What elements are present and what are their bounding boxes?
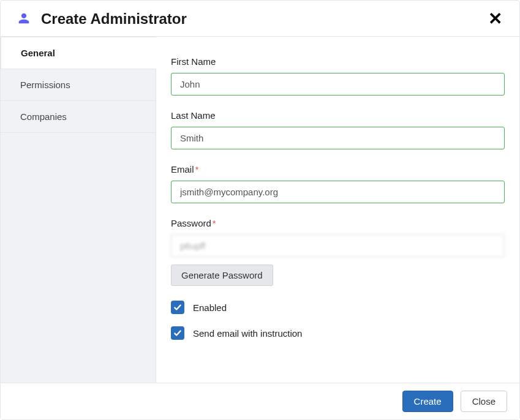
send-email-checkbox[interactable] [171,326,184,340]
email-label: Email* [171,164,505,174]
email-input[interactable] [171,181,505,203]
generate-password-button[interactable]: Generate Password [171,264,273,286]
enabled-checkbox-row: Enabled [171,301,505,314]
create-button[interactable]: Create [402,391,453,412]
send-email-checkbox-row: Send email with instruction [171,326,505,340]
close-button[interactable]: Close [461,391,507,412]
check-icon [173,329,182,337]
person-icon [18,12,30,26]
tab-companies[interactable]: Companies [1,101,156,133]
close-icon[interactable]: ✕ [486,10,505,28]
password-label: Password* [171,218,505,228]
tab-general[interactable]: General [1,37,156,69]
first-name-input[interactable] [171,73,505,96]
modal-title: Create Administrator [41,10,486,28]
email-label-text: Email [171,164,194,174]
field-first-name: First Name [171,56,505,96]
enabled-checkbox-label: Enabled [193,302,227,313]
check-icon [173,303,182,312]
required-asterisk: * [195,164,199,174]
tabs-sidebar: General Permissions Companies [1,37,156,383]
tab-permissions[interactable]: Permissions [1,69,156,101]
modal-footer: Create Close [1,383,519,419]
password-label-text: Password [171,218,211,228]
tabs-filler [1,133,156,383]
password-input[interactable] [171,234,505,257]
field-email: Email* [171,164,505,203]
field-password: Password* Generate Password [171,218,505,286]
enabled-checkbox[interactable] [171,301,184,314]
last-name-label: Last Name [171,110,505,121]
first-name-label: First Name [171,56,505,67]
create-administrator-modal: Create Administrator ✕ General Permissio… [0,0,520,420]
send-email-checkbox-label: Send email with instruction [193,328,302,339]
field-last-name: Last Name [171,110,505,149]
modal-header: Create Administrator ✕ [1,1,519,37]
form-area: First Name Last Name Email* Password* Ge… [156,37,519,383]
modal-body: General Permissions Companies First Name… [1,37,519,383]
required-asterisk: * [213,218,216,228]
last-name-input[interactable] [171,127,505,149]
